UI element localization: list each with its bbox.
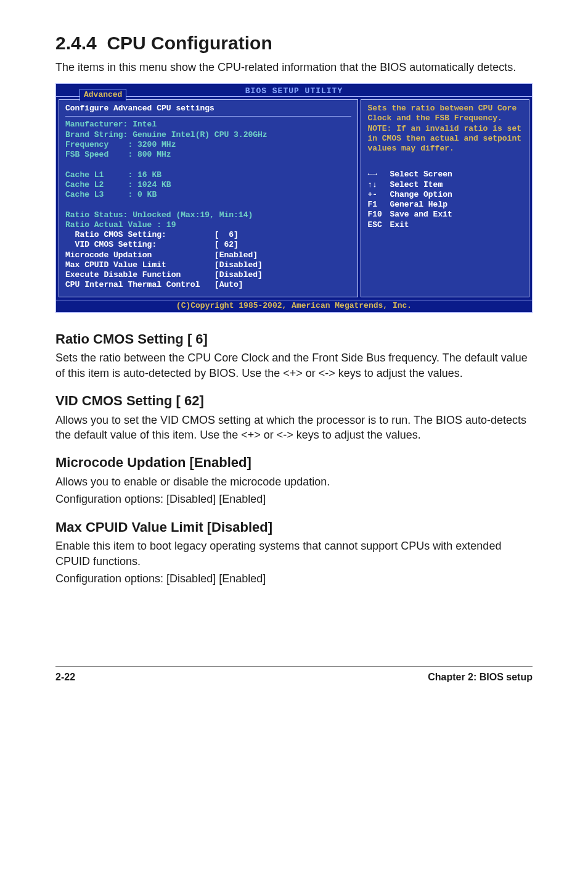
vid-cmos-heading: VID CMOS Setting [ 62] (55, 392, 533, 410)
maxcpuid-body-1: Enable this item to boot legacy operatin… (55, 538, 533, 569)
microcode-body-1: Allows you to enable or disable the micr… (55, 474, 533, 489)
f1-key: F1 (367, 200, 390, 210)
maxcpuid-row[interactable]: Max CPUID Value Limit [Disabled] (65, 260, 263, 270)
key-row: ←→Select Screen (367, 170, 523, 179)
esc-key: ESC (367, 220, 390, 230)
key-row: F1General Help (367, 200, 523, 210)
spacer (367, 154, 523, 170)
maxcpuid-heading: Max CPUID Value Limit [Disabled] (55, 518, 533, 537)
maxcpuid-body-2: Configuration options: [Disabled] [Enabl… (55, 571, 533, 586)
manufacturer-line: Manufacturer: Intel (65, 120, 157, 129)
vid-cmos-body: Allows you to set the VID CMOS setting a… (55, 413, 533, 443)
vid-cmos-row[interactable]: VID CMOS Setting: [ 62] (65, 240, 239, 249)
microcode-body-2: Configuration options: [Disabled] [Enabl… (55, 492, 533, 506)
section-number: 2.4.4 (55, 33, 97, 53)
bios-body: Configure Advanced CPU settings Manufact… (55, 96, 533, 300)
section-title: CPU Configuration (107, 33, 272, 53)
key-row: ↑↓Select Item (367, 180, 523, 190)
key-row: +-Change Option (367, 190, 523, 200)
exec-disable-row[interactable]: Execute Disable Function [Disabled] (65, 270, 263, 279)
ratio-cmos-row[interactable]: Ratio CMOS Setting: [ 6] (65, 230, 239, 239)
page-footer: 2-22 Chapter 2: BIOS setup (55, 666, 533, 684)
cpu-info-block: Manufacturer: Intel Brand String: Genuin… (65, 120, 351, 290)
brand-line: Brand String: Genuine Intel(R) CPU 3.20G… (65, 130, 267, 139)
microcode-row[interactable]: Microcode Updation [Enabled] (65, 250, 258, 260)
thermal-row[interactable]: CPU Internal Thermal Control [Auto] (65, 280, 243, 289)
f10-key: F10 (367, 210, 390, 220)
fsb-line: FSB Speed : 800 MHz (65, 150, 171, 159)
divider (65, 116, 351, 117)
key-row: F10Save and Exit (367, 210, 523, 220)
bios-left-pane: Configure Advanced CPU settings Manufact… (59, 99, 358, 297)
microcode-heading: Microcode Updation [Enabled] (55, 453, 533, 472)
bios-key-legend: ←→Select Screen ↑↓Select Item +-Change O… (367, 170, 523, 230)
plus-minus-icon: +- (367, 190, 390, 200)
ratio-status-line: Ratio Status: Unlocked (Max:19, Min:14) (65, 210, 253, 220)
bios-pane-title: Configure Advanced CPU settings (65, 104, 351, 113)
l1-line: Cache L1 : 16 KB (65, 170, 161, 179)
section-heading: 2.4.4 CPU Configuration (55, 31, 533, 56)
key-row: ESCExit (367, 220, 523, 230)
frequency-line: Frequency : 3200 MHz (65, 140, 176, 149)
bios-screenshot: BIOS SETUP UTILITY Advanced Configure Ad… (55, 83, 533, 313)
l3-line: Cache L3 : 0 KB (65, 190, 157, 199)
bios-header: BIOS SETUP UTILITY Advanced (55, 83, 533, 96)
section-intro: The items in this menu show the CPU-rela… (55, 60, 533, 75)
chapter-label: Chapter 2: BIOS setup (428, 670, 533, 684)
bios-right-pane: Sets the ratio between CPU Core Clock an… (361, 99, 529, 297)
arrow-ud-icon: ↑↓ (367, 180, 390, 190)
bios-copyright: (C)Copyright 1985-2002, American Megatre… (55, 300, 533, 313)
bios-help-text: Sets the ratio between CPU Core Clock an… (367, 104, 523, 154)
ratio-actual-line: Ratio Actual Value : 19 (65, 220, 176, 229)
bios-title: BIOS SETUP UTILITY (245, 86, 343, 96)
arrow-lr-icon: ←→ (367, 170, 390, 179)
page-number: 2-22 (55, 670, 75, 684)
bios-tab-advanced: Advanced (80, 89, 126, 101)
l2-line: Cache L2 : 1024 KB (65, 180, 171, 189)
ratio-cmos-heading: Ratio CMOS Setting [ 6] (55, 330, 533, 349)
ratio-cmos-body: Sets the ratio between the CPU Core Cloc… (55, 350, 533, 381)
